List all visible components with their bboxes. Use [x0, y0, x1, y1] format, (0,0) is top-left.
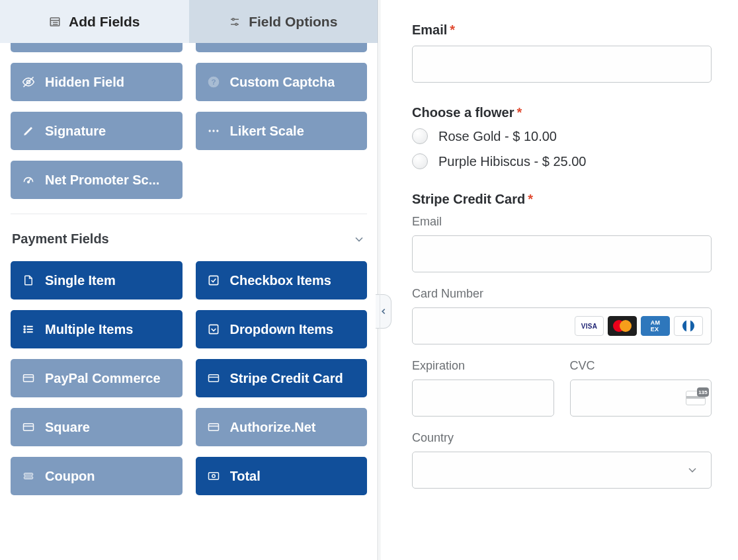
- label-text: Stripe Credit Card: [412, 192, 525, 206]
- fields-scroll[interactable]: Entry Preview Rating Hidden Field ? Cust…: [0, 43, 378, 560]
- form-preview: Email* Choose a flower* Rose Gold - $ 10…: [380, 0, 738, 560]
- field-entry-preview[interactable]: Entry Preview: [11, 43, 183, 52]
- svg-point-9: [235, 23, 237, 25]
- svg-point-14: [208, 130, 210, 132]
- svg-point-7: [232, 18, 234, 20]
- card-icon: [21, 420, 36, 434]
- field-nps[interactable]: Net Promoter Sc...: [11, 161, 183, 199]
- email-input[interactable]: [412, 46, 712, 83]
- svg-point-36: [212, 475, 215, 478]
- radio-label: Rose Gold - $ 10.00: [438, 129, 557, 144]
- dropdown-icon: [206, 322, 221, 337]
- required-asterisk: *: [516, 105, 522, 120]
- pencil-icon: [21, 124, 36, 138]
- radio-option[interactable]: Purple Hibiscus - $ 25.00: [412, 153, 712, 169]
- dots-icon: [206, 124, 221, 138]
- svg-point-24: [24, 331, 25, 333]
- tab-field-options[interactable]: Field Options: [189, 0, 378, 43]
- field-label: Checkbox Items: [230, 273, 331, 288]
- field-label: PayPal Commerce: [45, 371, 161, 386]
- tab-add-fields[interactable]: Add Fields: [0, 0, 189, 43]
- field-signature[interactable]: Signature: [11, 112, 183, 150]
- svg-point-15: [212, 130, 214, 132]
- field-hidden-field[interactable]: Hidden Field: [11, 63, 183, 101]
- radio-icon: [412, 128, 428, 144]
- question-circle-icon: ?: [206, 75, 221, 89]
- field-label: Choose a flower*: [412, 105, 712, 120]
- radio-label: Purple Hibiscus - $ 25.00: [438, 154, 586, 169]
- required-asterisk: *: [450, 22, 455, 37]
- svg-rect-31: [24, 424, 34, 431]
- field-likert-scale[interactable]: Likert Scale: [196, 112, 368, 150]
- panel-divider: [378, 0, 380, 560]
- add-fields-icon: [49, 16, 61, 28]
- radio-option[interactable]: Rose Gold - $ 10.00: [412, 128, 712, 144]
- stripe-cvc-label: CVC: [570, 359, 712, 373]
- section-payment-fields[interactable]: Payment Fields: [11, 226, 367, 252]
- svg-rect-26: [209, 325, 218, 333]
- label-text: Email: [412, 22, 447, 37]
- field-label: Single Item: [45, 273, 116, 288]
- field-label: Hidden Field: [45, 75, 124, 90]
- field-stripe-credit-card[interactable]: Stripe Credit Card: [196, 359, 368, 397]
- field-coupon[interactable]: Coupon: [11, 457, 183, 495]
- stripe-expiration-input[interactable]: [412, 380, 554, 417]
- stripe-country-select[interactable]: [412, 452, 712, 489]
- check-square-icon: [206, 273, 221, 288]
- card-icon: [21, 371, 36, 385]
- label-text: Choose a flower: [412, 105, 514, 120]
- field-checkbox-items[interactable]: Checkbox Items: [196, 261, 368, 300]
- visa-icon: VISA: [575, 316, 604, 336]
- field-label: Net Promoter Sc...: [45, 173, 159, 188]
- svg-rect-33: [208, 424, 218, 431]
- svg-point-16: [216, 130, 218, 132]
- chevron-left-icon: [379, 307, 388, 316]
- radio-icon: [412, 153, 428, 169]
- tab-label: Add Fields: [69, 14, 140, 30]
- gauge-icon: [21, 173, 36, 187]
- field-rating[interactable]: Rating: [196, 43, 368, 52]
- field-label: Stripe Credit Card*: [412, 192, 712, 207]
- stripe-email-label: Email: [412, 215, 712, 229]
- svg-rect-35: [208, 473, 218, 480]
- ticket-icon: [21, 469, 36, 483]
- field-square[interactable]: Square: [11, 408, 183, 446]
- field-custom-captcha[interactable]: ? Custom Captcha: [196, 63, 368, 101]
- field-total[interactable]: Total: [196, 457, 368, 495]
- card-icon: [206, 371, 221, 385]
- svg-rect-27: [24, 375, 34, 382]
- field-dropdown-items[interactable]: Dropdown Items: [196, 310, 368, 348]
- card-icon: [206, 420, 221, 434]
- preview-stripe-field[interactable]: Stripe Credit Card* Email Card Number VI…: [412, 192, 712, 489]
- field-label: Total: [230, 469, 261, 484]
- svg-point-22: [24, 329, 25, 330]
- stripe-cvc-input[interactable]: [570, 380, 712, 417]
- field-label: Email*: [412, 22, 712, 38]
- stripe-cardnumber-input[interactable]: VISA AMEX: [412, 307, 712, 344]
- eye-off-icon: [21, 75, 36, 89]
- field-multiple-items[interactable]: Multiple Items: [11, 310, 183, 348]
- collapse-panel-button[interactable]: [376, 294, 391, 329]
- tab-label: Field Options: [249, 14, 337, 30]
- file-icon: [21, 273, 36, 288]
- field-label: Authorize.Net: [230, 420, 316, 435]
- svg-rect-29: [208, 375, 218, 382]
- field-label: Coupon: [45, 469, 95, 484]
- stripe-email-input[interactable]: [412, 235, 712, 272]
- field-label: Custom Captcha: [230, 75, 335, 90]
- svg-point-20: [24, 326, 25, 327]
- field-label: Multiple Items: [45, 322, 133, 337]
- diners-icon: [674, 316, 703, 336]
- section-title-text: Payment Fields: [12, 231, 109, 247]
- field-label: Dropdown Items: [230, 322, 334, 337]
- field-authorize-net[interactable]: Authorize.Net: [196, 408, 368, 446]
- preview-flower-field[interactable]: Choose a flower* Rose Gold - $ 10.00 Pur…: [412, 105, 712, 169]
- cvc-card-icon: [686, 391, 706, 405]
- sliders-icon: [229, 16, 241, 28]
- stripe-cardnumber-label: Card Number: [412, 287, 712, 301]
- field-paypal-commerce[interactable]: PayPal Commerce: [11, 359, 183, 397]
- field-label: Square: [45, 420, 90, 435]
- field-single-item[interactable]: Single Item: [11, 261, 183, 300]
- preview-email-field[interactable]: Email*: [412, 22, 712, 83]
- required-asterisk: *: [528, 192, 533, 206]
